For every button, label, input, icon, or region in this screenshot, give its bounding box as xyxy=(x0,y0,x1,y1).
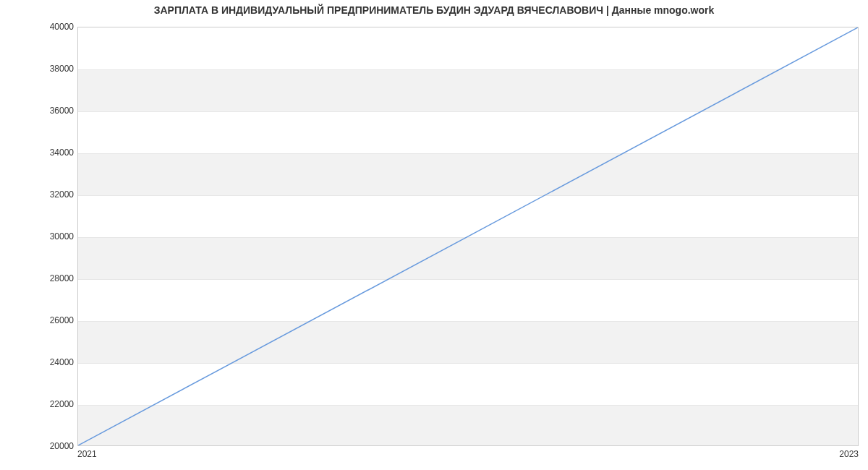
y-tick-label: 36000 xyxy=(30,106,74,116)
plot-area xyxy=(77,27,859,446)
y-tick-label: 40000 xyxy=(30,22,74,32)
y-tick-label: 28000 xyxy=(30,273,74,283)
y-tick-label: 24000 xyxy=(30,357,74,367)
line-series xyxy=(78,27,858,445)
y-tick-label: 30000 xyxy=(30,231,74,242)
y-tick-label: 20000 xyxy=(30,441,74,451)
y-tick-label: 22000 xyxy=(30,399,74,409)
y-tick-label: 38000 xyxy=(30,64,74,74)
x-tick-label: 2023 xyxy=(839,449,859,459)
y-tick-label: 26000 xyxy=(30,315,74,325)
y-tick-label: 34000 xyxy=(30,148,74,158)
y-tick-label: 32000 xyxy=(30,189,74,200)
x-tick-label: 2021 xyxy=(77,449,97,459)
chart-container: ЗАРПЛАТА В ИНДИВИДУАЛЬНЫЙ ПРЕДПРИНИМАТЕЛ… xyxy=(0,0,868,470)
chart-title: ЗАРПЛАТА В ИНДИВИДУАЛЬНЫЙ ПРЕДПРИНИМАТЕЛ… xyxy=(0,4,868,16)
